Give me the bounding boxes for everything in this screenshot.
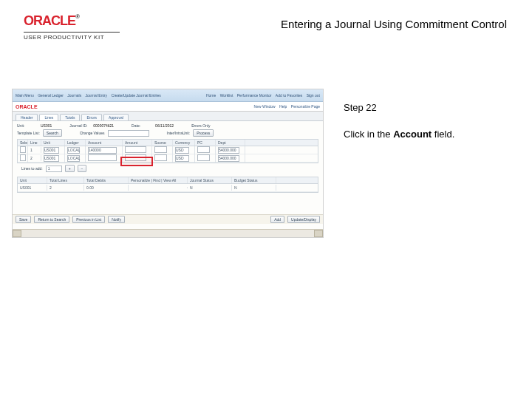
tabs: Header Lines Totals Errors Approval (13, 112, 323, 121)
cell-line: 1 (28, 147, 41, 153)
doc-title: Entering a Journal Using Commitment Cont… (222, 18, 507, 30)
unit-value: US001 (41, 123, 52, 128)
col-pc: PC (195, 140, 216, 146)
lines-to-add-label: Lines to add: (21, 166, 43, 171)
horizontal-scrollbar[interactable] (13, 229, 323, 237)
logo-subtitle: USER PRODUCTIVITY KIT (24, 34, 120, 41)
form-area: Unit: US001 Journal ID: 0000074621 Date:… (13, 121, 323, 195)
errors-only-label: Errors Only (191, 123, 212, 128)
col-t-unit: Unit (18, 177, 47, 183)
source-input[interactable] (154, 146, 167, 153)
favorites-link[interactable]: Add to Favorites (276, 93, 302, 98)
amount-input[interactable] (125, 154, 146, 161)
tab-errors[interactable]: Errors (81, 114, 102, 120)
col-t-debits: Total Debits (84, 177, 129, 183)
notify-button[interactable]: Notify (108, 216, 125, 223)
row-checkbox[interactable] (20, 154, 26, 161)
unit-input[interactable]: US001 (44, 147, 59, 154)
currency-input[interactable]: USD (175, 155, 189, 162)
instruction-post: field. (432, 129, 454, 140)
pc-input[interactable] (197, 146, 210, 153)
col-unit: Unit (41, 140, 65, 146)
perfmon-link[interactable]: Performance Monitor (237, 93, 272, 98)
template-list-label: Template List: (17, 131, 40, 135)
help-links: New Window Help Personalize Page (251, 104, 320, 109)
date-value: 06/11/2012 (155, 123, 174, 128)
amount-input[interactable] (125, 146, 146, 153)
personalize-link[interactable]: Personalize Page (291, 104, 320, 109)
account-input[interactable]: 140000 (88, 147, 117, 154)
trademark: ® (75, 13, 79, 20)
col-t-status: Journal Status (188, 177, 232, 183)
home-link[interactable]: Home (206, 93, 216, 98)
tab-lines[interactable]: Lines (39, 114, 58, 120)
col-t-personalize[interactable]: Personalize | Find | View All (129, 177, 188, 183)
crumb[interactable]: Journal Entry (86, 93, 107, 98)
interunit-label: Inter/IntraUnit: (167, 131, 191, 135)
table-row: 2 US001 LOCAL USD 54000.000 (18, 154, 318, 163)
change-values-input[interactable] (108, 130, 149, 137)
account-input[interactable] (88, 154, 117, 161)
col-select: Select (18, 140, 28, 146)
lines-grid: Select Line Unit Ledger Account Amount S… (17, 139, 318, 163)
save-button[interactable]: Save (16, 216, 31, 223)
cell-line: 2 (28, 155, 41, 161)
col-line: Line (28, 140, 41, 146)
col-t-lines: Total Lines (47, 177, 84, 183)
unit-input[interactable]: US001 (44, 155, 59, 162)
return-button[interactable]: Return to Search (34, 216, 69, 223)
crumb[interactable]: Journals (67, 93, 81, 98)
cell-t-budget[interactable]: N (232, 185, 276, 191)
search-button[interactable]: Search (43, 129, 62, 137)
instruction-bold: Account (393, 129, 432, 140)
ledger-input[interactable]: LOCAL (67, 147, 80, 154)
signout-link[interactable]: Sign out (307, 93, 320, 98)
cell-t-debits: 0.00 (84, 185, 129, 191)
col-account: Account (86, 140, 123, 146)
col-amount: Amount (123, 140, 152, 146)
scroll-right-icon[interactable] (314, 230, 323, 237)
add-button[interactable]: Add (270, 216, 284, 223)
process-button[interactable]: Process (193, 129, 214, 137)
tab-approval[interactable]: Approval (103, 114, 129, 120)
header-links: Home Worklist Performance Monitor Add to… (203, 93, 320, 98)
worklist-link[interactable]: Worklist (220, 93, 233, 98)
previous-button[interactable]: Previous in List (72, 216, 105, 223)
dept-input[interactable]: 54000.000 (218, 155, 239, 162)
col-currency: Currency (173, 140, 195, 146)
instruction-text: Click in the Account field. (344, 129, 454, 140)
col-ledger: Ledger (65, 140, 86, 146)
tab-header[interactable]: Header (16, 114, 38, 120)
dept-input[interactable]: 54000.000 (218, 147, 239, 154)
journal-id-label: Journal ID: (69, 123, 90, 128)
help-link[interactable]: Help (279, 104, 287, 109)
currency-input[interactable]: USD (175, 147, 189, 154)
add-lines-button[interactable]: + (65, 165, 75, 172)
row-checkbox[interactable] (20, 146, 26, 153)
pc-input[interactable] (197, 154, 210, 161)
scroll-left-icon[interactable] (13, 230, 21, 237)
ledger-input[interactable]: LOCAL (67, 155, 80, 162)
brand-text: ORACLE (24, 13, 75, 28)
crumb[interactable]: Main Menu (16, 93, 34, 98)
action-bar: Save Return to Search Previous in List N… (13, 214, 323, 224)
crumb[interactable]: Create/Update Journal Entries (111, 93, 160, 98)
lines-to-add-input[interactable]: 1 (46, 166, 62, 172)
crumb[interactable]: General Ledger (38, 93, 64, 98)
cell-t-unit: US001 (18, 185, 47, 191)
update-button[interactable]: Update/Display (287, 216, 320, 223)
col-dept: Dept (216, 140, 245, 146)
brand-logo-block: ORACLE® USER PRODUCTIVITY KIT (24, 13, 120, 41)
totals-grid: Unit Total Lines Total Debits Personaliz… (17, 177, 318, 193)
cell-t-status[interactable]: N (188, 185, 232, 191)
breadcrumb: Main Menu General Ledger Journals Journa… (16, 93, 164, 98)
source-input[interactable] (154, 154, 167, 161)
app-screenshot: Main Menu General Ledger Journals Journa… (12, 89, 324, 238)
lines-to-add-row: Lines to add: 1 + − (17, 163, 318, 174)
oracle-logo: ORACLE® (24, 13, 120, 29)
new-window-link[interactable]: New Window (254, 104, 276, 109)
delete-lines-button[interactable]: − (78, 165, 87, 172)
step-label: Step 22 (344, 102, 377, 113)
tab-totals[interactable]: Totals (60, 114, 80, 120)
date-label: Date: (132, 123, 152, 128)
